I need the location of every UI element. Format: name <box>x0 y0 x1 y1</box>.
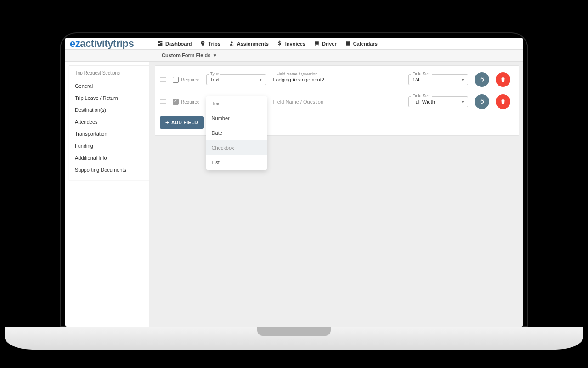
field-row: Required Text Number Date Checkbox List <box>160 94 510 109</box>
sidebar-item-supporting-documents[interactable]: Supporting Documents <box>75 164 143 176</box>
drag-handle-icon[interactable] <box>160 99 166 104</box>
nav-trips-label: Trips <box>208 41 220 46</box>
sidebar-item-destinations[interactable]: Destination(s) <box>75 104 143 116</box>
fieldsize-label: Field Size <box>411 93 432 98</box>
nav-driver-label: Driver <box>322 41 337 46</box>
add-field-label: ADD FIELD <box>171 120 198 125</box>
type-option-text[interactable]: Text <box>206 96 267 111</box>
caret-down-icon: ▾ <box>214 52 216 58</box>
gear-icon <box>479 76 485 83</box>
dashboard-icon <box>157 40 163 46</box>
sidebar-item-general[interactable]: General <box>75 80 143 92</box>
location-pin-icon <box>200 40 206 46</box>
trash-icon <box>500 98 506 105</box>
checkbox-icon[interactable] <box>173 77 179 83</box>
nav-dashboard-label: Dashboard <box>165 41 192 46</box>
sidebar-title: Trip Request Sections <box>75 70 143 75</box>
type-option-date[interactable]: Date <box>206 126 267 140</box>
type-value: Text <box>210 77 220 82</box>
nav-calendars[interactable]: Calendars <box>345 40 378 46</box>
sidebar-item-trip-leave-return[interactable]: Trip Leave / Return <box>75 92 143 104</box>
delete-button[interactable] <box>496 94 510 109</box>
gear-icon <box>479 98 485 105</box>
drag-handle-icon[interactable] <box>160 77 166 82</box>
subnav-label: Custom Form Fields <box>162 52 210 58</box>
checkbox-icon[interactable] <box>173 99 179 105</box>
laptop-notch <box>257 327 331 336</box>
top-nav-bar: ezactivitytrips Dashboard Trips Assignme… <box>65 38 523 50</box>
nav-trips[interactable]: Trips <box>200 40 220 46</box>
type-option-list[interactable]: List <box>206 155 267 170</box>
nav-assignments-label: Assignments <box>237 41 269 46</box>
type-option-checkbox[interactable]: Checkbox <box>206 140 267 155</box>
settings-button[interactable] <box>475 94 489 109</box>
required-toggle[interactable]: Required <box>173 99 200 105</box>
sidebar-item-additional-info[interactable]: Additional Info <box>75 152 143 164</box>
nav-calendars-label: Calendars <box>353 41 378 46</box>
nav-invoices-label: Invoices <box>285 41 305 46</box>
caret-down-icon: ▾ <box>260 77 262 82</box>
type-option-number[interactable]: Number <box>206 111 267 126</box>
required-label: Required <box>181 99 200 104</box>
logo-part1: ez <box>70 38 80 49</box>
dollar-icon <box>277 40 283 46</box>
nav-driver[interactable]: Driver <box>314 40 337 46</box>
caret-down-icon: ▾ <box>462 77 464 82</box>
sub-nav-bar: Custom Form Fields ▾ <box>65 50 523 62</box>
sidebar: Trip Request Sections General Trip Leave… <box>69 65 149 180</box>
required-toggle[interactable]: Required <box>173 77 200 83</box>
required-label: Required <box>181 77 200 82</box>
fieldsize-value: 1/4 <box>413 77 419 82</box>
calendar-icon <box>345 40 351 46</box>
field-row: Required Type Text ▾ Field Name / Questi… <box>160 72 510 87</box>
sidebar-item-attendees[interactable]: Attendees <box>75 116 143 128</box>
trash-icon <box>500 76 506 83</box>
add-field-button[interactable]: + ADD FIELD <box>160 116 204 129</box>
bus-icon <box>314 40 320 46</box>
nav-assignments[interactable]: Assignments <box>229 40 269 46</box>
fieldsize-value: Full Width <box>413 99 435 104</box>
plus-icon: + <box>165 120 169 126</box>
sidebar-item-transportation[interactable]: Transportation <box>75 128 143 140</box>
main-content: Required Type Text ▾ Field Name / Questi… <box>149 62 523 327</box>
fieldname-input[interactable]: Field Name / Question <box>272 97 369 107</box>
delete-button[interactable] <box>496 72 510 87</box>
laptop-base <box>5 327 583 350</box>
type-dropdown-menu: Text Number Date Checkbox List <box>206 96 267 170</box>
type-label: Type <box>209 71 221 76</box>
caret-down-icon: ▾ <box>462 99 464 104</box>
logo-part2: activitytrips <box>80 38 134 49</box>
logo: ezactivitytrips <box>65 38 157 50</box>
settings-button[interactable] <box>475 72 489 87</box>
nav-dashboard[interactable]: Dashboard <box>157 40 192 46</box>
form-fields-panel: Required Type Text ▾ Field Name / Questi… <box>155 65 519 136</box>
subnav-custom-form-fields[interactable]: Custom Form Fields ▾ <box>162 52 216 58</box>
fieldsize-label: Field Size <box>411 71 432 76</box>
sidebar-item-funding[interactable]: Funding <box>75 140 143 152</box>
nav-invoices[interactable]: Invoices <box>277 40 305 46</box>
person-share-icon <box>229 40 235 46</box>
fieldname-label: Field Name / Question <box>275 72 319 76</box>
